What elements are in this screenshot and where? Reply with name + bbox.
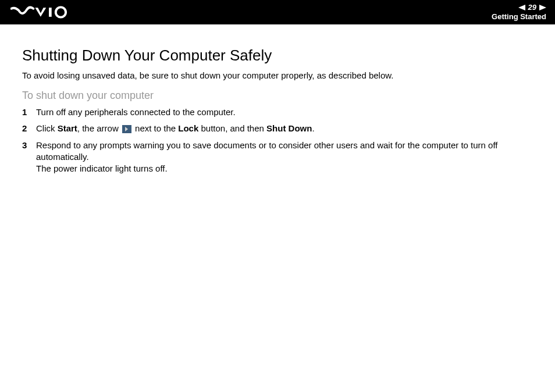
page-title: Shutting Down Your Computer Safely [22, 47, 543, 65]
header-bar: 29 Getting Started [0, 0, 555, 24]
arrow-button-icon [122, 125, 131, 133]
step-text: Turn off any peripherals connected to th… [36, 106, 543, 118]
text-line: Respond to any prompts warning you to sa… [36, 140, 497, 162]
section-name: Getting Started [492, 13, 546, 21]
page-navigation: 29 [518, 3, 546, 12]
step-number: 1 [22, 106, 36, 118]
steps-list: 1 Turn off any peripherals connected to … [22, 106, 543, 174]
text-fragment: , the arrow [77, 123, 121, 133]
step-text: Respond to any prompts warning you to sa… [36, 140, 543, 175]
bold-lock: Lock [178, 123, 198, 133]
step-item: 2 Click Start, the arrow next to the Loc… [22, 123, 543, 134]
prev-page-arrow-icon[interactable] [518, 5, 525, 10]
svg-point-1 [56, 7, 66, 17]
text-fragment: button, and then [198, 123, 266, 133]
step-item: 1 Turn off any peripherals connected to … [22, 106, 543, 118]
bold-shutdown: Shut Down [266, 123, 312, 133]
bold-start: Start [58, 123, 77, 133]
text-line: The power indicator light turns off. [36, 163, 168, 173]
header-right: 29 Getting Started [492, 3, 546, 21]
text-fragment: next to the [133, 123, 178, 133]
page-number: 29 [528, 3, 536, 12]
step-number: 2 [22, 123, 36, 134]
sub-heading: To shut down your computer [22, 90, 543, 102]
vaio-logo [10, 6, 74, 19]
intro-paragraph: To avoid losing unsaved data, be sure to… [22, 70, 543, 80]
page-content: Shutting Down Your Computer Safely To av… [0, 24, 555, 191]
step-text: Click Start, the arrow next to the Lock … [36, 123, 543, 134]
next-page-arrow-icon[interactable] [539, 5, 546, 10]
text-fragment: . [312, 123, 314, 133]
step-number: 3 [22, 140, 36, 151]
text-fragment: Click [36, 123, 58, 133]
svg-marker-2 [518, 5, 525, 10]
svg-marker-3 [539, 5, 546, 10]
step-item: 3 Respond to any prompts warning you to … [22, 140, 543, 175]
svg-rect-0 [49, 8, 52, 17]
